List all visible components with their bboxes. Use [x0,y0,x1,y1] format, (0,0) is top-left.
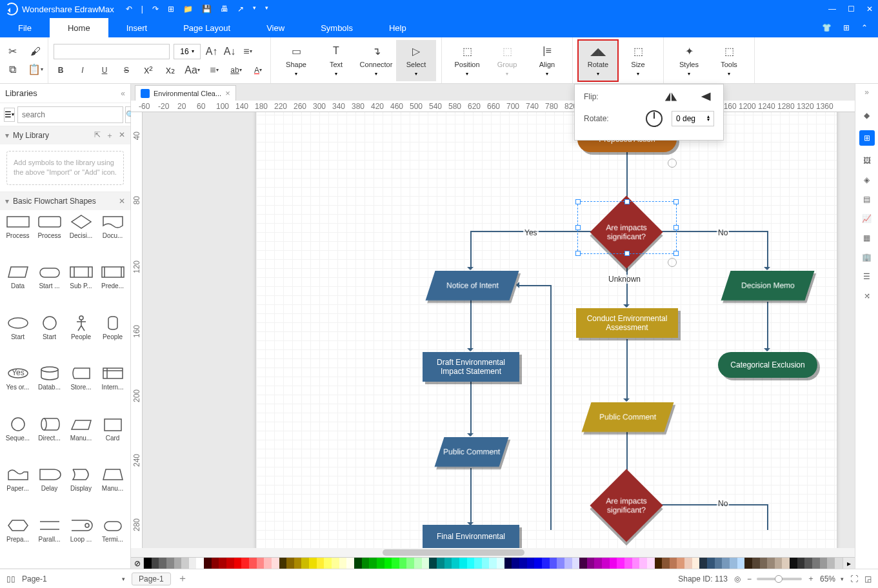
align-button[interactable]: |≡Align▾ [527,40,567,81]
color-swatch[interactable] [392,558,399,569]
color-swatch[interactable] [272,558,279,569]
flip-v-icon[interactable] [700,91,714,103]
zoom-slider[interactable] [757,578,802,580]
page[interactable]: Yes No Unknown No Proposed Action Are im… [256,112,837,548]
color-swatch[interactable] [204,558,212,569]
color-swatch[interactable] [512,558,519,569]
color-swatch[interactable] [362,558,370,569]
shape-item[interactable]: Paper... [3,466,33,514]
color-swatch[interactable] [782,558,790,569]
color-swatch[interactable] [339,558,347,569]
shape-button[interactable]: ▭Shape▾ [276,40,316,81]
target-icon[interactable]: ◎ [734,574,741,583]
hscrollbar[interactable] [131,548,855,557]
styles-button[interactable]: ✦Styles▾ [669,40,709,81]
color-swatch[interactable] [212,558,219,569]
color-swatch[interactable] [692,558,700,569]
linespace-icon[interactable]: ≡▾ [207,63,221,77]
redo-icon[interactable]: ↷ [152,5,159,14]
color-swatch[interactable] [174,558,182,569]
format-painter-icon[interactable]: 🖌 [28,44,43,59]
color-swatch[interactable] [369,558,377,569]
color-swatch[interactable] [677,558,684,569]
color-swatch[interactable] [610,558,617,569]
shape-item[interactable]: Datab... [34,364,65,413]
color-swatch[interactable] [744,558,752,569]
add-page-icon[interactable]: ＋ [177,572,188,585]
tshirt-icon[interactable]: 👕 [822,23,832,32]
color-swatch[interactable] [354,558,362,569]
shape-item[interactable]: Direct... [34,415,65,464]
color-swatch[interactable] [241,558,249,569]
rotate-button[interactable]: ◢◣Rotate▾ [578,40,618,81]
color-swatch[interactable] [632,558,640,569]
color-swatch[interactable] [722,558,730,569]
color-swatch[interactable] [301,558,309,569]
image-icon[interactable]: 🖼 [863,156,871,165]
color-swatch[interactable] [377,558,384,569]
font-select[interactable] [54,44,170,59]
chart-icon[interactable]: 📈 [862,214,872,223]
color-swatch[interactable] [414,558,422,569]
table-icon[interactable]: ▦ [863,233,870,242]
shape-item[interactable]: Parall... [34,516,65,565]
color-swatch[interactable] [346,558,354,569]
color-swatch[interactable] [384,558,392,569]
color-swatch[interactable] [324,558,332,569]
color-swatch[interactable] [624,558,632,569]
color-swatch[interactable] [497,558,504,569]
color-swatch[interactable] [189,558,197,569]
canvas[interactable]: Yes No Unknown No Proposed Action Are im… [143,112,855,548]
qa-drop[interactable]: ▾ [253,5,256,14]
color-swatch[interactable] [730,558,737,569]
shape-item[interactable]: Process [3,213,33,262]
color-swatch[interactable] [519,558,527,569]
color-swatch[interactable] [474,558,482,569]
color-swatch[interactable] [159,558,166,569]
sub-icon[interactable]: x₂ [163,63,177,77]
color-swatch[interactable] [827,558,835,569]
print-icon[interactable]: 🖶 [221,5,228,14]
color-swatch[interactable] [767,558,775,569]
minimize-icon[interactable]: — [828,5,836,14]
grow-font-icon[interactable]: A↑ [205,44,219,59]
color-swatch[interactable] [196,558,204,569]
mylib-close-icon[interactable]: ✕ [119,130,125,141]
italic-icon[interactable]: I [75,63,90,77]
node-decision-memo[interactable]: Decision Memo [721,271,815,300]
tab-help[interactable]: Help [371,18,424,37]
color-swatch[interactable] [835,558,843,569]
save-icon[interactable]: 💾 [202,5,212,14]
zoom-out-icon[interactable]: − [747,574,752,583]
page-tab[interactable]: Page-1 [132,573,171,585]
shape-item[interactable]: Start [34,314,65,363]
color-swatch[interactable] [294,558,302,569]
fit-icon[interactable]: ⛶ [850,574,858,583]
node-public-comment-y[interactable]: Public Comment [582,402,674,432]
case-icon[interactable]: Aa▾ [185,63,199,77]
close-icon[interactable]: ✕ [866,5,873,14]
shape-item[interactable]: Prede... [97,263,128,312]
shape-item[interactable]: Start [3,314,33,363]
tab-view[interactable]: View [248,18,303,37]
shape-item[interactable]: Decisi... [66,213,96,262]
tab-pagelayout[interactable]: Page Layout [165,18,248,37]
shape-item[interactable]: Intern... [97,364,128,413]
rotate-degree-input[interactable]: 0 deg▴▾ [672,111,714,126]
color-swatch[interactable] [166,558,174,569]
color-swatch[interactable] [406,558,414,569]
connector-button[interactable]: ↴Connector▾ [356,40,396,81]
shape-item[interactable]: Card [97,415,128,464]
layers-icon[interactable]: ◈ [864,175,870,184]
shape-item[interactable]: Data [3,263,33,312]
shape-item[interactable]: Process [34,213,65,262]
highlight-icon[interactable]: ab▾ [229,63,243,77]
building-icon[interactable]: 🏢 [862,253,872,262]
node-conduct-assessment[interactable]: Conduct Environmental Assessment [576,308,678,338]
apps-icon[interactable]: ⊞ [843,23,850,32]
pages-icon[interactable]: ▯▯ [6,574,15,583]
text-button[interactable]: TText▾ [316,40,356,81]
fill-icon[interactable]: ◆ [864,111,870,120]
doc-tab-close-icon[interactable]: × [225,88,230,98]
color-swatch[interactable] [572,558,580,569]
